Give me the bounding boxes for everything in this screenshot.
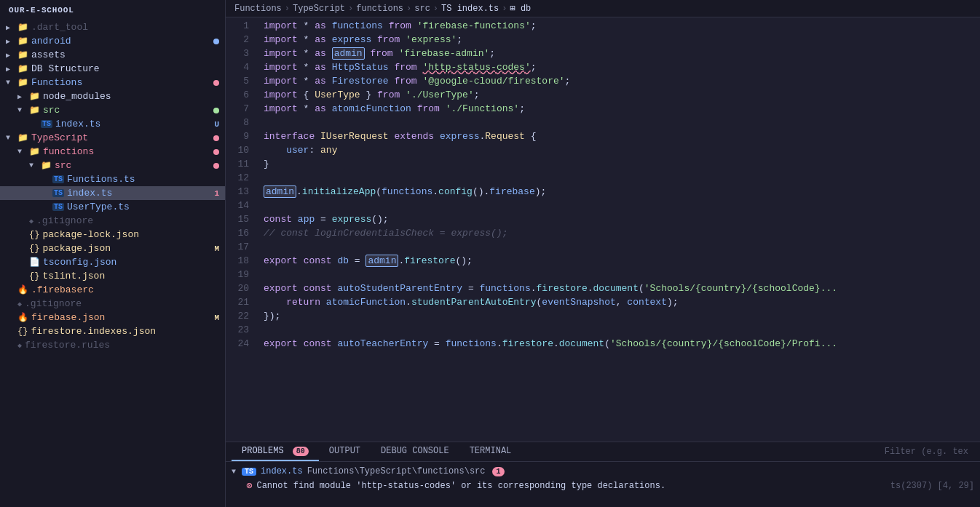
token-kw: export xyxy=(264,255,298,266)
sidebar-item-index_ts2[interactable]: TSindex.ts1 xyxy=(0,186,225,200)
tree-arrow: ▼ xyxy=(6,79,17,87)
sidebar-item-src[interactable]: ▼📁src xyxy=(0,103,225,117)
sidebar-item-android[interactable]: ▶📁android xyxy=(0,34,225,48)
token-punct: = xyxy=(315,214,331,225)
token-var: context xyxy=(627,297,667,308)
token-punct: }); xyxy=(264,311,280,322)
error-icon: ⊗ xyxy=(246,479,252,492)
tree-arrow: ▶ xyxy=(6,37,17,46)
tab-debug-console[interactable]: DEBUG CONSOLE xyxy=(371,442,459,461)
token-var: user xyxy=(286,145,309,156)
code-line: 13admin.initializeApp(functions.config()… xyxy=(226,186,980,200)
token-kw: const xyxy=(304,338,332,349)
token-punct: { xyxy=(298,89,315,100)
token-punct: , xyxy=(616,297,628,308)
token-func: firestore xyxy=(404,255,455,266)
token-punct xyxy=(400,89,406,100)
token-punct: { xyxy=(525,131,537,142)
line-content: import { UserType } from './UserType'; xyxy=(261,89,980,100)
code-line: 1import * as functions from 'firebase-fu… xyxy=(226,20,980,34)
folder-icon: 📁 xyxy=(17,63,28,74)
token-punct xyxy=(264,297,286,308)
token-kw: import xyxy=(264,76,298,87)
token-punct: * xyxy=(298,62,315,73)
sidebar-item-package_json[interactable]: {}package.jsonM xyxy=(0,241,225,255)
item-label: firestore.indexes.json xyxy=(31,326,225,337)
folder-icon: 📁 xyxy=(29,146,40,157)
sidebar-item-functions[interactable]: ▼📁Functions xyxy=(0,76,225,89)
error-count: 1 xyxy=(492,467,504,476)
token-punct: ; xyxy=(489,48,495,59)
main-area: OUR-E-SCHOOL ▶📁.dart_tool▶📁android▶📁asse… xyxy=(0,0,980,507)
sidebar-item-firebaserc[interactable]: 🔥.firebaserc xyxy=(0,283,225,297)
token-var: firebase xyxy=(489,186,534,197)
token-var: db xyxy=(337,255,349,266)
item-label: .gitignore xyxy=(36,215,225,226)
dot-badge-red xyxy=(213,149,219,155)
token-type: Request xyxy=(485,131,525,142)
code-line: 6import { UserType } from './UserType'; xyxy=(226,89,980,103)
token-kw: as xyxy=(315,103,326,114)
sidebar-item-gitignore[interactable]: ◆.gitignore xyxy=(0,214,225,228)
line-number: 16 xyxy=(226,228,261,239)
tree-arrow: ▼ xyxy=(6,134,17,142)
tab-output[interactable]: OUTPUT xyxy=(319,442,371,461)
error-text: Cannot find module 'http-status-codes' o… xyxy=(256,481,885,491)
token-comment: // const loginCredentialsCheck = express… xyxy=(264,228,507,239)
token-func: initializeApp xyxy=(302,186,376,197)
token-punct: ; xyxy=(531,20,537,31)
token-punct xyxy=(298,255,304,266)
token-kw: from xyxy=(394,76,416,87)
file-icon: ◆ xyxy=(29,217,33,225)
token-punct xyxy=(326,20,332,31)
sidebar-item-functions_ts[interactable]: TSFunctions.ts xyxy=(0,172,225,186)
sidebar-item-package_lock[interactable]: {}package-lock.json xyxy=(0,228,225,241)
token-kw: interface xyxy=(264,131,315,142)
sidebar-item-src2[interactable]: ▼📁src xyxy=(0,159,225,172)
token-kw: from xyxy=(417,103,440,114)
item-label: firestore.rules xyxy=(25,340,225,351)
sidebar-item-functions2[interactable]: ▼📁functions xyxy=(0,145,225,159)
token-kw: return xyxy=(286,297,320,308)
token-punct xyxy=(326,103,332,114)
folder-icon: 📁 xyxy=(29,105,40,116)
sidebar-item-typescript[interactable]: ▼📁TypeScript xyxy=(0,131,225,145)
line-number: 8 xyxy=(226,117,261,128)
code-line: 22}); xyxy=(226,311,980,324)
token-punct xyxy=(411,103,417,114)
sidebar-item-dart_tool[interactable]: ▶📁.dart_tool xyxy=(0,20,225,34)
tab-problems[interactable]: PROBLEMS 80 xyxy=(232,442,319,461)
sidebar-item-index_ts[interactable]: TSindex.tsU xyxy=(0,117,225,131)
sidebar-item-assets[interactable]: ▶📁assets xyxy=(0,48,225,62)
item-label: UserType.ts xyxy=(67,201,225,212)
token-punct xyxy=(411,20,417,31)
panel-content: ▼ TS index.ts Functions\TypeScript\funct… xyxy=(226,462,980,507)
token-punct: ; xyxy=(531,62,537,73)
token-punct: * xyxy=(298,76,315,87)
file-icon: ◆ xyxy=(17,341,22,350)
token-str: 'express' xyxy=(406,34,457,45)
token-punct: . xyxy=(406,297,411,308)
sidebar-item-db_structure[interactable]: ▶📁DB Structure xyxy=(0,62,225,76)
token-punct: = xyxy=(428,338,445,349)
sidebar-item-node_modules[interactable]: ▶📁node_modules xyxy=(0,89,225,103)
sidebar-item-tslint[interactable]: {}tslint.json xyxy=(0,269,225,283)
token-kw: as xyxy=(315,76,326,87)
tab-terminal[interactable]: TERMINAL xyxy=(459,442,522,461)
line-content: import * as admin from 'firebase-admin'; xyxy=(261,48,980,59)
sidebar-item-gitignore2[interactable]: ◆.gitignore xyxy=(0,297,225,311)
sidebar-item-firestore_rules[interactable]: ◆firestore.rules xyxy=(0,338,225,352)
sidebar-item-firebase_json[interactable]: 🔥firebase.jsonM xyxy=(0,311,225,324)
token-punct: ); xyxy=(667,297,679,308)
line-content: import * as Firestoree from '@google-clo… xyxy=(261,76,980,87)
sidebar-item-firestore_indexes[interactable]: {}firestore.indexes.json xyxy=(0,324,225,338)
tree-arrow: ▶ xyxy=(6,51,17,60)
editor-content[interactable]: 1import * as functions from 'firebase-fu… xyxy=(226,17,980,442)
code-line: 7import * as atomicFunction from './Func… xyxy=(226,103,980,117)
bc-sep2: › xyxy=(348,4,353,14)
token-var: functions xyxy=(382,186,432,197)
sidebar-item-tsconfig[interactable]: 📄tsconfig.json xyxy=(0,255,225,269)
token-punct: = xyxy=(462,283,479,294)
sidebar-item-usertype_ts[interactable]: TSUserType.ts xyxy=(0,200,225,214)
ts-icon: TS xyxy=(52,189,64,197)
